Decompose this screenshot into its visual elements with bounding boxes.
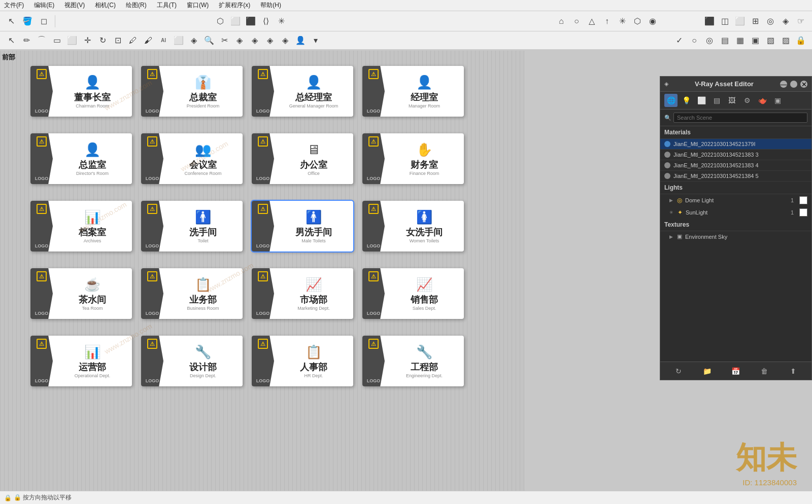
tool-ring2[interactable]: ◎ — [702, 33, 717, 48]
tool-cursor[interactable]: ↖ — [4, 33, 18, 48]
light-sun[interactable]: ✳ ✦ SunLight 1 — [660, 206, 811, 219]
vray-tab-settings[interactable]: ⚙ — [740, 94, 754, 107]
vray-footer-trash[interactable]: 🗑 — [758, 365, 770, 377]
tool-view1[interactable]: ⬛ — [702, 14, 717, 28]
sign-card-11[interactable]: ⚠ LOGO 🚺 女洗手间 Women Toilets — [362, 201, 464, 251]
sign-card-4[interactable]: ⚠ LOGO 👤 总监室 Director's Room — [30, 133, 132, 184]
vray-maximize-button[interactable] — [790, 81, 797, 88]
tool-search[interactable]: 🔍 — [202, 33, 216, 48]
menu-window[interactable]: 窗口(W) — [185, 1, 211, 10]
tool-layout1[interactable]: ▤ — [718, 33, 732, 48]
tool-push[interactable]: ⬜ — [65, 33, 79, 48]
vray-footer-refresh[interactable]: ↻ — [672, 365, 685, 377]
material-item-2[interactable]: JianE_Mtl_20221030134521383 3 — [660, 150, 811, 160]
vray-minimize-button[interactable]: — — [780, 81, 787, 88]
sign-card-3[interactable]: ⚠ LOGO 👤 经理室 Manager Room — [362, 66, 464, 117]
vray-tab-output[interactable]: ▣ — [771, 94, 784, 107]
tool-3d-2[interactable]: ⬜ — [228, 14, 243, 28]
tool-view6[interactable]: ◈ — [779, 14, 793, 28]
tool-gem3[interactable]: ◈ — [263, 33, 277, 48]
tool-shape6[interactable]: ⬡ — [630, 14, 645, 28]
tool-layout3[interactable]: ▣ — [748, 33, 762, 48]
material-item-3[interactable]: JianE_Mtl_20221030134521383 4 — [660, 160, 811, 171]
vray-tab-cube[interactable]: ⬜ — [695, 94, 708, 107]
tool-ext1[interactable]: ⬜ — [172, 33, 186, 48]
tool-3d-1[interactable]: ⬡ — [213, 14, 227, 28]
tool-rotate[interactable]: ↻ — [95, 33, 110, 48]
tool-gem2[interactable]: ◈ — [248, 33, 262, 48]
sign-card-6[interactable]: ⚠ LOGO 🖥 办公室 Office — [252, 133, 353, 184]
sign-card-14[interactable]: ⚠ LOGO 📈 市场部 Marketing Dept. — [252, 268, 353, 319]
menu-tools[interactable]: 工具(T) — [155, 1, 179, 10]
tool-3d-3[interactable]: ⬛ — [244, 14, 258, 28]
sign-card-1[interactable]: ⚠ LOGO 👔 总裁室 President Room — [141, 66, 243, 117]
sign-card-17[interactable]: ⚠ LOGO 🔧 设计部 Design Dept. — [141, 336, 243, 386]
menu-draw[interactable]: 绘图(R) — [124, 1, 149, 10]
tool-layout5[interactable]: ▨ — [779, 33, 793, 48]
tool-dropdown[interactable]: ▾ — [309, 33, 323, 48]
sign-card-15[interactable]: ⚠ LOGO 📈 销售部 Sales Dept. — [362, 268, 464, 319]
sign-card-5[interactable]: ⚠ LOGO 👥 会议室 Conference Room — [141, 133, 243, 184]
tool-tape[interactable]: 🖊 — [126, 33, 140, 48]
tool-layout4[interactable]: ▧ — [763, 33, 777, 48]
texture-env-sky[interactable]: ▶ ▣ Environment Sky — [660, 231, 811, 242]
sign-card-8[interactable]: ⚠ LOGO 📊 档案室 Archives — [30, 201, 132, 251]
vray-tab-render[interactable]: 🫖 — [756, 94, 769, 107]
menu-extensions[interactable]: 扩展程序(x) — [217, 1, 252, 10]
tool-check[interactable]: ✓ — [672, 33, 686, 48]
vray-tab-layers[interactable]: ▤ — [710, 94, 723, 107]
tool-view7[interactable]: ☞ — [794, 14, 808, 28]
tool-3d-5[interactable]: ✳ — [274, 14, 288, 28]
tool-shape3[interactable]: △ — [585, 14, 599, 28]
menu-camera[interactable]: 相机(C) — [93, 1, 118, 10]
tool-gem4[interactable]: ◈ — [278, 33, 292, 48]
tool-erase[interactable]: ◻ — [37, 14, 51, 28]
vray-footer-calendar[interactable]: 📅 — [730, 365, 742, 377]
tool-pencil[interactable]: ✏ — [19, 33, 33, 48]
sign-card-18[interactable]: ⚠ LOGO 📋 人事部 HR Dept. — [252, 336, 353, 386]
sign-card-9[interactable]: ⚠ LOGO 🚹 洗手间 Toilet — [141, 201, 243, 251]
material-item-4[interactable]: JianE_Mtl_20221030134521384 5 — [660, 171, 811, 182]
vray-tab-sphere[interactable]: 🌐 — [664, 94, 678, 107]
tool-scissors[interactable]: ✂ — [217, 33, 231, 48]
vray-tab-light[interactable]: 💡 — [680, 94, 693, 107]
tool-layout2[interactable]: ▦ — [733, 33, 747, 48]
sign-card-10[interactable]: ⚠ LOGO 🚹 男洗手间 Male Toilets — [252, 201, 353, 251]
tool-shape2[interactable]: ○ — [569, 14, 584, 28]
sign-card-2[interactable]: ⚠ LOGO 👤 总经理室 General Manager Room — [252, 66, 353, 117]
tool-paint[interactable]: 🪣 — [20, 14, 35, 28]
menu-help[interactable]: 帮助(H) — [258, 1, 283, 10]
tool-ai[interactable]: AI — [156, 33, 171, 48]
sign-card-16[interactable]: ⚠ LOGO 📊 运营部 Operational Dept. — [30, 336, 132, 386]
sign-card-7[interactable]: ⚠ LOGO ✋ 财务室 Finance Room — [362, 133, 464, 184]
sign-card-13[interactable]: ⚠ LOGO 📋 业务部 Business Room — [141, 268, 243, 319]
tool-move[interactable]: ✛ — [80, 33, 94, 48]
sign-card-12[interactable]: ⚠ LOGO ☕ 茶水间 Tea Room — [30, 268, 132, 319]
menu-edit[interactable]: 编辑(E) — [32, 1, 56, 10]
tool-view2[interactable]: ◫ — [718, 14, 732, 28]
tool-paint2[interactable]: 🖌 — [141, 33, 155, 48]
vray-footer-folder[interactable]: 📁 — [701, 365, 714, 377]
tool-scale[interactable]: ⊡ — [111, 33, 125, 48]
menu-view[interactable]: 视图(V) — [62, 1, 87, 10]
tool-gem[interactable]: ◈ — [232, 33, 247, 48]
tool-shape1[interactable]: ⌂ — [554, 14, 568, 28]
tool-view4[interactable]: ⊞ — [748, 14, 762, 28]
vray-tab-image[interactable]: 🖼 — [725, 94, 738, 107]
tool-view3[interactable]: ⬜ — [733, 14, 747, 28]
tool-3d-4[interactable]: ⟨⟩ — [259, 14, 273, 28]
sign-card-0[interactable]: ⚠ LOGO 👤 董事长室 Chairman Room — [30, 66, 132, 117]
vray-search-input[interactable] — [673, 113, 807, 123]
tool-arc[interactable]: ⌒ — [35, 33, 49, 48]
tool-select[interactable]: ↖ — [4, 14, 18, 28]
vray-close-button[interactable]: ✕ — [800, 81, 807, 88]
vray-footer-upload[interactable]: ⬆ — [787, 365, 799, 377]
light-dome[interactable]: ▶ ◎ Dome Light 1 — [660, 194, 811, 206]
tool-ring[interactable]: ○ — [687, 33, 701, 48]
tool-shape5[interactable]: ✳ — [615, 14, 629, 28]
tool-person[interactable]: 👤 — [293, 33, 308, 48]
tool-rect[interactable]: ▭ — [50, 33, 64, 48]
tool-shape4[interactable]: ↑ — [600, 14, 614, 28]
menu-file[interactable]: 文件(F) — [2, 1, 26, 10]
tool-ext2[interactable]: ◈ — [187, 33, 201, 48]
